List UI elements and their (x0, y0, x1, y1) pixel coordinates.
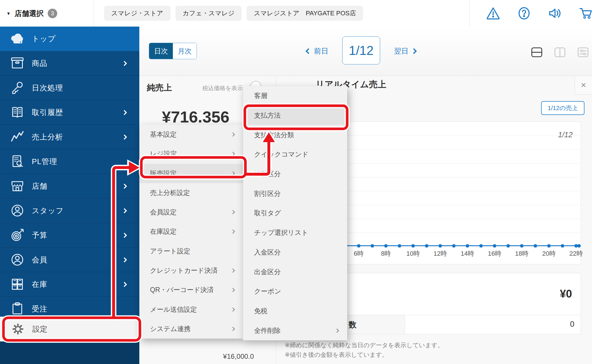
menu-item-label: アラート設定 (150, 247, 190, 256)
help-icon (517, 6, 532, 21)
key-icon (9, 80, 25, 96)
cloud-icon (9, 31, 25, 47)
sidebar-item-label: 取引履歴 (32, 107, 63, 118)
topbar-icons (481, 0, 592, 27)
x-axis-label: 20時 (542, 249, 556, 258)
cart-button[interactable] (578, 6, 592, 21)
menu-item-免税[interactable]: 免税 (243, 301, 347, 321)
data-point-8h (384, 244, 388, 248)
sidebar-item-9[interactable]: 会員 (0, 248, 139, 272)
help-button[interactable] (517, 6, 532, 21)
menu-item-販売設定[interactable]: 販売設定 (140, 164, 243, 183)
menu-item-アラート設定[interactable]: アラート設定 (140, 242, 243, 261)
menu-item-レジ設定[interactable]: レジ設定 (140, 144, 243, 164)
sidebar-item-label: トップ (32, 34, 56, 44)
data-point-18h (520, 244, 523, 248)
sidebar-item-7[interactable]: スタッフ (0, 198, 139, 223)
menu-item-label: クーポン (254, 287, 281, 296)
tab-monthly[interactable]: 月次 (173, 43, 197, 59)
sidebar-item-10[interactable]: 在庫 (0, 272, 139, 297)
store-tab[interactable]: カフェ・スマレジ (175, 6, 242, 21)
prev-day-button[interactable]: 前日 (306, 46, 328, 56)
alert-button[interactable] (486, 6, 501, 21)
menu-item-在庫設定[interactable]: 在庫設定 (140, 222, 243, 241)
store-count-badge: 3 (48, 9, 57, 18)
menu-item-支払方法[interactable]: 支払方法 (243, 106, 347, 125)
menu-item-客層[interactable]: 客層 (243, 86, 347, 106)
sidebar-item-8[interactable]: 予算 (0, 223, 139, 248)
chevron-right-icon (122, 257, 127, 262)
date-display[interactable]: 1/12 (342, 36, 380, 64)
menu-item-値引区分[interactable]: 値引区分 (243, 164, 347, 184)
sidebar-item-settings[interactable]: 設定 (0, 317, 139, 341)
sidebar-item-1[interactable]: 商品 (0, 51, 139, 76)
sidebar-item-label: 店舗 (32, 181, 47, 191)
sidebar-item-2[interactable]: 日次処理 (0, 76, 139, 100)
chevron-right-icon (231, 307, 235, 312)
menu-item-システム連携[interactable]: システム連携 (140, 319, 243, 339)
menu-item-基本設定[interactable]: 基本設定 (140, 125, 243, 144)
close-panel-button[interactable]: × (575, 76, 592, 94)
prev-day-label: 前日 (314, 46, 328, 56)
menu-item-label: 免税 (254, 307, 267, 315)
menu-item-入金区分[interactable]: 入金区分 (243, 243, 347, 262)
menu-item-メール送信設定[interactable]: メール送信設定 (140, 300, 243, 319)
sliders-layout-button[interactable] (576, 46, 590, 59)
menu-item-支払方法分類[interactable]: 支払方法分類 (243, 125, 347, 145)
book-icon (9, 104, 25, 120)
person-icon (9, 252, 25, 268)
footnote: ※締めに関係なく純粋な当日のデータを表示しています。 (285, 340, 444, 350)
next-day-button[interactable]: 翌日 (394, 46, 416, 56)
split-vertical-layout-button[interactable] (553, 46, 567, 59)
top-bar: ▼ 店舗選択 3 スマレジ・ストアカフェ・スマレジスマレジストア PAYGATE… (0, 0, 592, 27)
tax-toggle-label: 税込価格を表示 (202, 84, 243, 92)
store-icon (9, 178, 25, 194)
x-axis-label: 8時 (381, 249, 391, 258)
menu-item-label: 割引区分 (254, 189, 281, 198)
menu-item-会員設定[interactable]: 会員設定 (140, 203, 243, 222)
chevron-right-icon (122, 110, 127, 115)
doc-search-icon (9, 153, 25, 170)
chevron-right-icon (231, 171, 235, 176)
sidebar-footer (0, 341, 139, 364)
menu-item-出金区分[interactable]: 出金区分 (243, 262, 347, 282)
period-toggle: 日次 月次 (149, 43, 197, 59)
menu-item-売上分析設定[interactable]: 売上分析設定 (140, 183, 243, 203)
target-icon (9, 227, 25, 243)
menu-item-label: 在庫設定 (150, 227, 177, 236)
menu-item-割引区分[interactable]: 割引区分 (243, 184, 347, 203)
menu-item-チップ選択リスト[interactable]: チップ選択リスト (243, 223, 347, 243)
menu-item-クイックコマンド[interactable]: クイックコマンド (243, 145, 347, 164)
chevron-right-icon (122, 183, 127, 189)
footnotes: ※締めに関係なく純粋な当日のデータを表示しています。※値引き後の金額を表示してい… (285, 340, 444, 359)
tab-daily[interactable]: 日次 (149, 43, 173, 59)
menu-item-label: クイックコマンド (254, 150, 308, 159)
menu-item-取引タグ[interactable]: 取引タグ (243, 203, 347, 223)
sidebar-item-3[interactable]: 取引履歴 (0, 100, 139, 125)
data-point-19h (534, 244, 537, 248)
sidebar-item-5[interactable]: PL管理 (0, 149, 139, 174)
store-selector[interactable]: ▼ 店舗選択 3 (6, 0, 57, 27)
box-icon (9, 55, 25, 71)
data-point-11h (425, 244, 428, 248)
data-point-12h (439, 244, 442, 248)
sidebar-item-4[interactable]: 売上分析 (0, 125, 139, 149)
split-horizontal-layout-button[interactable] (530, 46, 543, 59)
chevron-left-icon (306, 48, 311, 54)
announcement-button[interactable] (547, 6, 563, 21)
split-vertical-icon (553, 46, 567, 59)
day-sales-button[interactable]: 1/12の売上 (541, 101, 584, 115)
menu-item-クレジットカード決済[interactable]: クレジットカード決済 (140, 261, 243, 280)
drawers-icon (9, 276, 25, 292)
sidebar-item-0[interactable]: トップ (0, 27, 139, 51)
store-tab[interactable]: スマレジストア PAYGATE POS店 (247, 6, 363, 21)
clipboard-icon (9, 301, 25, 317)
store-tabs: スマレジ・ストアカフェ・スマレジスマレジストア PAYGATE POS店 (104, 0, 363, 27)
menu-item-QR・バーコード決済[interactable]: QR・バーコード決済 (140, 280, 243, 300)
sidebar-item-6[interactable]: 店舗 (0, 174, 139, 198)
menu-item-クーポン[interactable]: クーポン (243, 282, 347, 301)
store-tab[interactable]: スマレジ・ストア (104, 6, 171, 21)
chevron-right-icon (231, 229, 235, 234)
app-root: ▼ 店舗選択 3 スマレジ・ストアカフェ・スマレジスマレジストア PAYGATE… (0, 0, 592, 364)
menu-item-全件削除[interactable]: 全件削除 (243, 321, 347, 340)
